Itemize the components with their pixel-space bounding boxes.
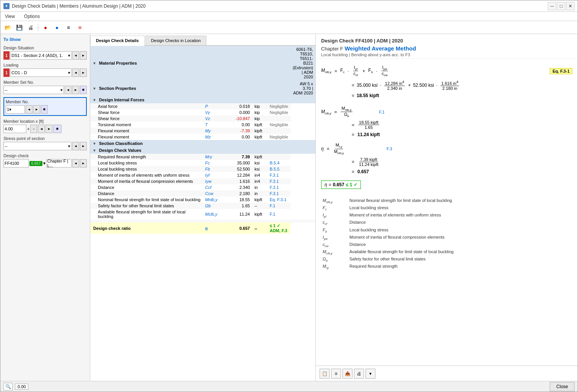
- table-row: Required flexural strength Mry 7.39 kipf…: [90, 154, 315, 160]
- mn-next-btn[interactable]: ►: [33, 105, 40, 114]
- expand-check-values-icon[interactable]: ▼: [93, 148, 96, 153]
- formula-settings-button[interactable]: ▾: [365, 369, 375, 379]
- mn-action-btn[interactable]: ✱: [41, 105, 48, 114]
- menu-options[interactable]: Options: [23, 13, 41, 20]
- chapter-title: Chapter F Weighted Average Method: [321, 45, 572, 52]
- member-no-input[interactable]: 1 ▾: [6, 105, 25, 114]
- fraction-iyw-ccw: Iyw ccw: [381, 65, 388, 77]
- ds-prev-btn[interactable]: ◄: [72, 51, 79, 60]
- design-check-code[interactable]: FF4100: [3, 159, 29, 168]
- formula-result-mnlb: = 18.55 kipft: [321, 93, 572, 98]
- expand-forces-icon[interactable]: ▼: [93, 98, 96, 102]
- member-set-dropdown[interactable]: -- ▾: [3, 86, 64, 94]
- ms-action-btn[interactable]: ✱: [80, 86, 87, 94]
- expand-classification-icon[interactable]: ▼: [93, 142, 96, 146]
- loading-prev-btn[interactable]: ◄: [72, 68, 79, 77]
- formula-eta-sub: = 7.39 kipft 11.24 kipft: [321, 157, 572, 167]
- title-bar-left: ✦ Design Check Details | Members | Alumi…: [3, 3, 146, 9]
- toolbar: 📂 💾 🖨 ● ● ≡ ≡: [0, 21, 578, 34]
- member-set-label: Member Set No.: [3, 80, 87, 85]
- table-row: Local buckling stress Fb 52.500 ksi B.5.…: [90, 166, 315, 172]
- tab-design-checks-location[interactable]: Design Checks in Location: [145, 36, 206, 45]
- chapter-subtitle: Local buckling | Bending about y-axis ac…: [321, 52, 572, 57]
- ref-f1-1: F.1: [379, 110, 385, 114]
- member-no-section: Member No. 1 ▾ ◄ ► ✱: [3, 97, 87, 116]
- ds-next-btn[interactable]: ►: [80, 51, 87, 60]
- loading-next-btn[interactable]: ►: [80, 68, 87, 77]
- ml-action-btn[interactable]: ✱: [53, 125, 62, 133]
- stress-point-label: Stress point of section: [3, 136, 87, 141]
- formula-copy-button[interactable]: 📋: [320, 369, 330, 379]
- table-row: Local buckling stress Fc 35.000 ksi B.5.…: [90, 160, 315, 166]
- status-bar: 🔍 0.00 Close: [0, 381, 578, 392]
- table-row: Shear force Vz -10.847 kip: [90, 115, 315, 122]
- ml-next-btn[interactable]: ►: [45, 125, 52, 133]
- sp-prev-btn[interactable]: ◄: [72, 142, 79, 150]
- check-title: Design Check FF4100 | ADM | 2020: [321, 38, 572, 44]
- status-search-button[interactable]: 🔍: [3, 383, 13, 390]
- legend-row: Mry Required flexural strength: [321, 263, 572, 270]
- fraction-iyf-ccf: Iyf ccf: [353, 65, 359, 77]
- design-check-label: Design check: [3, 153, 87, 158]
- title-bar: ✦ Design Check Details | Members | Alumi…: [0, 0, 578, 12]
- expand-material-icon[interactable]: ▼: [93, 61, 96, 65]
- toolbar-lines[interactable]: ≡: [63, 23, 73, 33]
- formula-area: Mnlb,y = Fc · Iyf ccf + Fb · Iyw: [316, 59, 578, 366]
- ml-minus-btn[interactable]: –: [30, 125, 37, 133]
- formula-line-mclb: Mclb,y = Mnlb,y Ωb F.1: [321, 106, 572, 118]
- design-situation-label: Design Situation: [3, 46, 87, 50]
- toolbar-print[interactable]: 🖨: [26, 23, 36, 33]
- material-properties-header: ▼ Material Properties 6061-T6, T6510, T6…: [90, 46, 315, 80]
- ms-prev-btn[interactable]: ◄: [65, 86, 71, 94]
- formula-print-button[interactable]: 🖨: [354, 369, 364, 379]
- design-check-section: Design check FF4100 0.657 ▾ Chapter F | …: [3, 153, 87, 168]
- legend-row: Iyw Moment of inertia of flexural compre…: [321, 234, 572, 241]
- toolbar-open[interactable]: 📂: [3, 23, 13, 33]
- ds-badge: 1: [3, 51, 10, 60]
- ml-prev-btn[interactable]: ◄: [38, 125, 45, 133]
- formula-mnlb: Mnlb,y = Fc · Iyf ccf + Fb · Iyw: [321, 63, 572, 101]
- menu-view[interactable]: View: [3, 13, 16, 20]
- formula-export-button[interactable]: 📤: [343, 369, 352, 379]
- formula-line-eta: η = Mr,y Mclb,y F.3: [321, 143, 572, 155]
- table-row: Shear force Vy 0.000 kip Negligible: [90, 109, 315, 115]
- loading-dropdown[interactable]: CO1 - D ▾: [10, 68, 71, 77]
- toolbar-save[interactable]: 💾: [14, 23, 24, 33]
- close-title-button[interactable]: ✕: [566, 2, 575, 10]
- stress-point-dropdown[interactable]: -- ▾: [3, 142, 71, 150]
- formula-list-button[interactable]: ≡: [331, 369, 341, 379]
- sp-next-btn[interactable]: ►: [80, 142, 87, 150]
- toolbar-red[interactable]: ●: [41, 23, 50, 33]
- ms-next-btn[interactable]: ►: [72, 86, 79, 94]
- toolbar-strikethrough[interactable]: ≡: [75, 23, 85, 33]
- design-situation-dropdown[interactable]: DS1 - Section 2.4 (ASD), 1. ▾: [10, 51, 71, 60]
- close-button[interactable]: Close: [550, 382, 575, 391]
- chapter-dropdown[interactable]: Chapter F | L...: [46, 159, 71, 168]
- toolbar-blue[interactable]: ●: [52, 23, 62, 33]
- mn-prev-btn[interactable]: ◄: [26, 105, 32, 114]
- left-panel: To Show Design Situation 1 DS1 - Section…: [0, 34, 90, 381]
- member-location-input[interactable]: 4.00: [3, 125, 26, 133]
- right-panel-bottom-toolbar: 📋 ≡ 📤 🖨 ▾: [316, 366, 578, 381]
- member-no-row: 1 ▾ ◄ ► ✱: [6, 105, 84, 114]
- section-properties-header: ▼ Section Properties AW 5 x 3.70 | ADM 2…: [90, 80, 315, 96]
- section-classification-header: ▼ Section Classification: [90, 140, 315, 147]
- tab-design-check-details[interactable]: Design Check Details: [90, 36, 144, 46]
- window-title: Design Check Details | Members | Aluminu…: [12, 3, 146, 9]
- status-number: 0.00: [15, 384, 28, 390]
- menu-bar: View Options: [0, 12, 578, 21]
- main-window: ✦ Design Check Details | Members | Alumi…: [0, 0, 578, 392]
- maximize-button[interactable]: □: [557, 2, 565, 10]
- table-row: Torsional moment T 0.00 kipft Negligible: [90, 122, 315, 128]
- fraction-eta-num: 7.39 kipft 11.24 kipft: [358, 157, 379, 167]
- to-show-label: To Show: [3, 37, 87, 42]
- status-left: 🔍 0.00: [3, 383, 28, 390]
- dc-prev-btn[interactable]: ◄: [72, 159, 79, 168]
- expand-section-icon[interactable]: ▼: [93, 86, 96, 91]
- minimize-button[interactable]: ─: [548, 2, 556, 10]
- dc-next-btn[interactable]: ►: [80, 159, 87, 168]
- chapter-label: Chapter F: [321, 46, 343, 52]
- formula-mclb-result: = 11.24 kipft: [321, 132, 572, 137]
- legend-table: Mnlb,y Nominal flexural strength for lim…: [321, 197, 572, 271]
- ref-f3: F.3: [386, 146, 392, 151]
